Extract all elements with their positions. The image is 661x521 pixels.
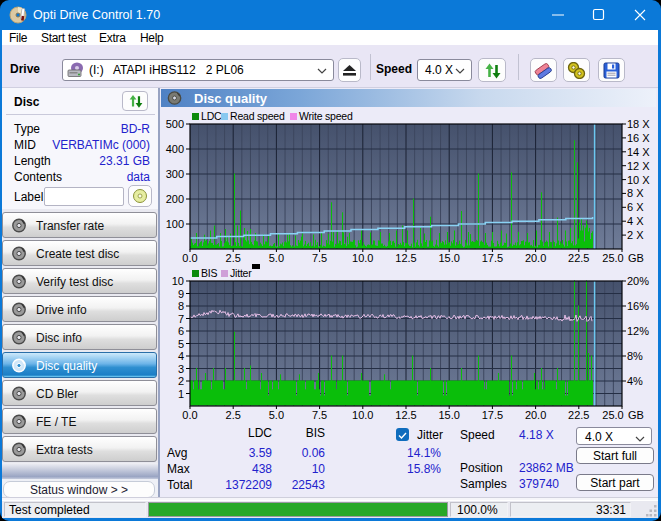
- svg-text:10.0: 10.0: [352, 409, 373, 421]
- svg-text:15.0: 15.0: [438, 409, 459, 421]
- svg-text:18 X: 18 X: [627, 118, 650, 130]
- svg-text:4: 4: [178, 350, 184, 362]
- svg-text:5.0: 5.0: [269, 252, 284, 264]
- svg-text:5.0: 5.0: [269, 409, 284, 421]
- svg-text:12%: 12%: [627, 325, 649, 337]
- svg-text:2.5: 2.5: [226, 409, 241, 421]
- svg-text:GB: GB: [628, 409, 644, 421]
- svg-text:20.0: 20.0: [525, 409, 546, 421]
- svg-text:10 X: 10 X: [627, 174, 650, 186]
- svg-text:25.0: 25.0: [602, 409, 623, 421]
- svg-text:16 X: 16 X: [627, 132, 650, 144]
- svg-text:BIS: BIS: [201, 267, 218, 279]
- svg-text:10: 10: [172, 275, 184, 287]
- svg-text:8 X: 8 X: [627, 187, 644, 199]
- svg-text:300: 300: [166, 168, 184, 180]
- svg-text:2.5: 2.5: [226, 252, 241, 264]
- svg-text:12 X: 12 X: [627, 160, 650, 172]
- svg-text:14 X: 14 X: [627, 146, 650, 158]
- svg-text:Read speed: Read speed: [230, 110, 285, 122]
- svg-text:25.0: 25.0: [602, 252, 623, 264]
- svg-text:GB: GB: [628, 252, 644, 264]
- svg-text:20%: 20%: [627, 275, 649, 287]
- svg-text:1: 1: [178, 388, 184, 400]
- svg-text:15.0: 15.0: [438, 252, 459, 264]
- svg-text:Write speed: Write speed: [299, 110, 353, 122]
- svg-text:0.0: 0.0: [182, 252, 197, 264]
- svg-text:400: 400: [166, 143, 184, 155]
- svg-text:4%: 4%: [627, 375, 643, 387]
- svg-text:17.5: 17.5: [482, 409, 503, 421]
- svg-text:6 X: 6 X: [627, 201, 644, 213]
- svg-text:200: 200: [166, 193, 184, 205]
- svg-text:2: 2: [178, 375, 184, 387]
- svg-text:7: 7: [178, 313, 184, 325]
- svg-text:4 X: 4 X: [627, 215, 644, 227]
- svg-text:16%: 16%: [627, 300, 649, 312]
- svg-text:500: 500: [166, 118, 184, 130]
- svg-text:8: 8: [178, 300, 184, 312]
- svg-text:22.5: 22.5: [568, 252, 589, 264]
- svg-text:0.0: 0.0: [182, 409, 197, 421]
- svg-text:6: 6: [178, 325, 184, 337]
- svg-text:7.5: 7.5: [312, 252, 327, 264]
- svg-text:5: 5: [178, 338, 184, 350]
- svg-text:20.0: 20.0: [525, 252, 546, 264]
- svg-text:12.5: 12.5: [395, 409, 416, 421]
- svg-text:2 X: 2 X: [627, 229, 644, 241]
- svg-text:17.5: 17.5: [482, 252, 503, 264]
- svg-text:7.5: 7.5: [312, 409, 327, 421]
- svg-text:9: 9: [178, 288, 184, 300]
- svg-text:8%: 8%: [627, 350, 643, 362]
- svg-text:12.5: 12.5: [395, 252, 416, 264]
- svg-text:3: 3: [178, 363, 184, 375]
- svg-text:10.0: 10.0: [352, 252, 373, 264]
- svg-text:LDC: LDC: [201, 110, 222, 122]
- svg-text:Jitter: Jitter: [230, 267, 252, 279]
- svg-text:22.5: 22.5: [568, 409, 589, 421]
- svg-text:100: 100: [166, 218, 184, 230]
